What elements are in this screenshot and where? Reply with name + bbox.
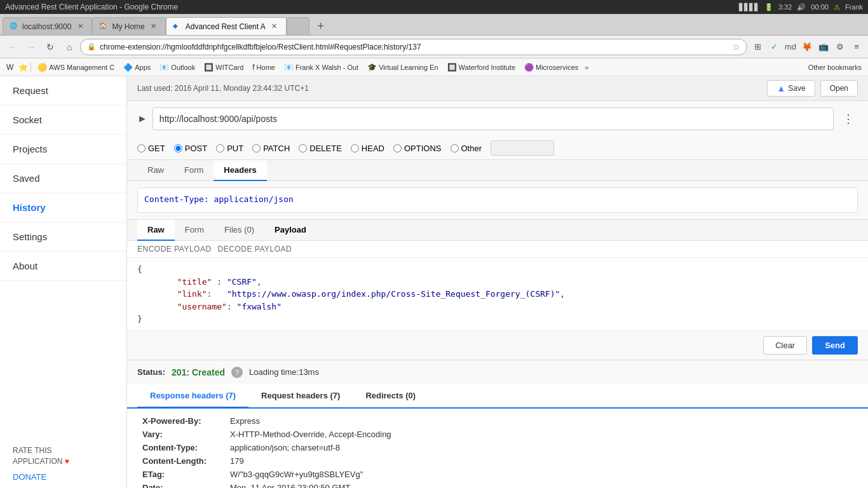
method-post-radio[interactable] [174, 144, 182, 152]
method-delete[interactable]: DELETE [299, 144, 342, 153]
new-tab-button[interactable]: + [312, 17, 330, 35]
bm-label-home: Home [257, 64, 275, 71]
url-action-7[interactable]: ≡ [849, 39, 864, 55]
tab-myhome[interactable]: 🏠 My Home ✕ [92, 17, 165, 35]
back-button[interactable]: ← [4, 39, 20, 55]
encode-payload-button[interactable]: ENCODE PAYLOAD [137, 245, 212, 254]
tab-btn-raw[interactable]: Raw [137, 160, 174, 181]
resp-header-row-date: Date: Mon, 11 Apr 2016 23:00:50 GMT [142, 483, 853, 489]
main-content: Last used: 2016 April 11, Monday 23:44:3… [127, 76, 868, 488]
send-button[interactable]: Send [812, 336, 858, 355]
sidebar-item-socket[interactable]: Socket [0, 105, 126, 135]
method-put[interactable]: PUT [216, 144, 243, 153]
sidebar-item-settings[interactable]: Settings [0, 222, 126, 252]
bm-item-waterford[interactable]: 🔲 Waterford Institute [444, 62, 519, 73]
url-action-5[interactable]: 📺 [816, 39, 831, 55]
method-other[interactable]: Other [451, 144, 482, 153]
bm-item-apps[interactable]: 🔷 Apps [119, 62, 154, 73]
resp-tab-redirects[interactable]: Redirects (0) [353, 384, 428, 409]
tab-arc[interactable]: ◆ Advanced Rest Client A ✕ [166, 17, 287, 35]
bm-star-icon[interactable]: ⭐ [18, 63, 28, 72]
payload-tab-form[interactable]: Form [175, 220, 214, 241]
url-action-2[interactable]: ✓ [766, 39, 782, 55]
status-help-button[interactable]: ? [231, 367, 243, 378]
bm-item-aws[interactable]: 🟡 AWS Management C [34, 62, 118, 73]
method-get-radio[interactable] [137, 144, 146, 152]
method-patch-radio[interactable] [252, 144, 261, 152]
response-tabs: Response headers (7) Request headers (7)… [127, 384, 868, 409]
method-options-radio[interactable] [393, 144, 402, 152]
resp-tab-response-headers[interactable]: Response headers (7) [137, 384, 248, 409]
rh-name-date: Date: [142, 483, 225, 489]
sidebar-item-about[interactable]: About [0, 252, 126, 281]
rh-value-vary: X-HTTP-Method-Override, Accept-Encoding [230, 430, 391, 439]
home-button[interactable]: ⌂ [61, 39, 78, 55]
bm-item-outlook[interactable]: 📧 Outlook [156, 62, 199, 73]
clear-button[interactable]: Clear [763, 336, 807, 355]
decode-payload-button[interactable]: DECODE PAYLOAD [218, 245, 292, 254]
bookmark-star-icon[interactable]: ☆ [732, 42, 740, 52]
method-post[interactable]: POST [174, 144, 207, 153]
request-url-input[interactable] [153, 107, 834, 130]
method-other-radio[interactable] [451, 144, 459, 152]
method-put-radio[interactable] [216, 144, 224, 152]
save-button[interactable]: ▲ Save [767, 80, 815, 97]
bm-more-button[interactable]: » [585, 64, 588, 71]
bm-item-w[interactable]: W [3, 62, 17, 73]
bm-item-home-f[interactable]: f Home [248, 62, 279, 73]
rate-app-line1: RATE THIS [13, 446, 52, 455]
bm-item-vlearning[interactable]: 🎓 Virtual Learning En [363, 62, 442, 73]
expand-icon[interactable]: ► [137, 113, 147, 125]
bm-label-outlook: Outlook [171, 64, 195, 71]
rh-value-etag: W/"b3-gqqG9cWr+yu9tg8SBLYEVg" [230, 470, 363, 479]
url-box[interactable]: 🔒 chrome-extension://hgmloofddfdnphfgcel… [80, 39, 747, 55]
sidebar-label-about: About [13, 261, 37, 271]
bm-other-bookmarks[interactable]: Other bookmarks [804, 62, 865, 72]
clear-label: Clear [775, 341, 795, 350]
payload-tab-raw[interactable]: Raw [137, 220, 175, 241]
resp-header-row-etag: ETag: W/"b3-gqqG9cWr+yu9tg8SBLYEVg" [142, 470, 853, 479]
tab-close-localhost[interactable]: ✕ [75, 22, 85, 32]
url-action-3[interactable]: md [783, 39, 798, 55]
method-delete-radio[interactable] [299, 144, 307, 152]
donate-link[interactable]: DONATE [13, 472, 114, 482]
sidebar-item-request[interactable]: Request [0, 76, 126, 105]
sidebar-item-projects[interactable]: Projects [0, 135, 126, 164]
reload-button[interactable]: ↻ [42, 39, 58, 55]
sidebar-item-history[interactable]: History [0, 193, 126, 222]
method-options[interactable]: OPTIONS [393, 144, 442, 153]
tab-empty[interactable] [287, 17, 309, 35]
rate-app-link[interactable]: RATE THIS APPLICATION ♥ [13, 445, 114, 467]
url-action-1[interactable]: ⊞ [750, 39, 765, 55]
method-head[interactable]: HEAD [351, 144, 384, 153]
url-action-4[interactable]: 🦊 [799, 39, 815, 55]
url-action-6[interactable]: ⚙ [832, 39, 848, 55]
resp-tab-request-headers[interactable]: Request headers (7) [248, 384, 353, 409]
method-get[interactable]: GET [137, 144, 165, 153]
rh-name-etag: ETag: [142, 470, 225, 479]
bm-home-f-icon: f [252, 63, 254, 72]
status-label: Status: [137, 367, 165, 377]
tab-bar: 🌐 localhost:9000 ✕ 🏠 My Home ✕ ◆ Advance… [0, 14, 868, 36]
tab-btn-form[interactable]: Form [174, 160, 214, 181]
tab-close-myhome[interactable]: ✕ [149, 22, 159, 32]
bm-vlearning-icon: 🎓 [367, 63, 377, 72]
bm-item-microservices[interactable]: 🟣 Microservices [520, 62, 582, 73]
tab-close-arc[interactable]: ✕ [269, 22, 280, 32]
method-patch[interactable]: PATCH [252, 144, 290, 153]
rh-name-contentlength: Content-Length: [142, 456, 225, 466]
forward-button[interactable]: → [23, 39, 39, 55]
bm-witcard-icon: 🔲 [204, 63, 214, 72]
url-text: chrome-extension://hgmloofddfdnphfgcellk… [100, 43, 728, 51]
method-head-radio[interactable] [351, 144, 359, 152]
bm-item-frank[interactable]: 📧 Frank X Walsh - Out [280, 62, 362, 73]
method-custom-input[interactable] [491, 140, 554, 156]
bm-item-witcard[interactable]: 🔲 WITCard [200, 62, 247, 73]
url-more-button[interactable]: ⋮ [839, 109, 858, 128]
open-button[interactable]: Open [820, 80, 858, 97]
sidebar-item-saved[interactable]: Saved [0, 164, 126, 193]
sidebar-label-history: History [13, 202, 46, 213]
tab-localhost[interactable]: 🌐 localhost:9000 ✕ [3, 17, 92, 35]
tab-btn-headers[interactable]: Headers [214, 160, 266, 181]
payload-tab-files[interactable]: Files (0) [214, 220, 264, 241]
